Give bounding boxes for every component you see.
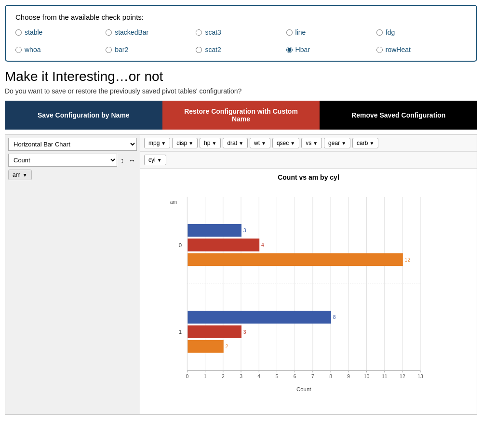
label-bar2: bar2 xyxy=(115,46,128,53)
chart-container: 012345678910111213Countam034121832 xyxy=(140,183,477,414)
col-filter-disp[interactable]: disp▼ xyxy=(172,138,198,148)
svg-text:8: 8 xyxy=(329,374,332,379)
remove-config-button[interactable]: Remove Saved Configuration xyxy=(320,101,477,130)
cyl-label: cyl xyxy=(148,157,156,163)
checkpoint-item-stable[interactable]: stable xyxy=(15,28,106,36)
checkpoint-item-line[interactable]: line xyxy=(286,28,376,36)
svg-rect-47 xyxy=(187,224,241,237)
button-row: Save Configuration by Name Restore Confi… xyxy=(5,101,477,130)
col-filter-label-drat: drat xyxy=(227,140,237,146)
aggregator-select[interactable]: CountSumAverageMinMax xyxy=(8,154,117,167)
label-stackedBar: stackedBar xyxy=(115,28,148,36)
checkpoint-item-bar2[interactable]: bar2 xyxy=(106,46,196,53)
checkpoint-grid: stablestackedBarscat3linefdgwhoabar2scat… xyxy=(15,28,467,53)
svg-text:2: 2 xyxy=(222,374,225,379)
svg-text:0: 0 xyxy=(179,242,182,248)
svg-rect-51 xyxy=(187,253,402,266)
svg-text:4: 4 xyxy=(257,374,260,379)
checkpoint-item-scat3[interactable]: scat3 xyxy=(196,28,286,36)
radio-stackedBar[interactable] xyxy=(106,29,112,36)
checkpoint-item-scat2[interactable]: scat2 xyxy=(196,46,286,53)
radio-fdg[interactable] xyxy=(376,29,383,36)
svg-text:6: 6 xyxy=(294,374,296,379)
pivot-area: Horizontal Bar ChartBar ChartScatter Plo… xyxy=(5,134,477,415)
radio-Hbar[interactable] xyxy=(286,47,293,53)
col-filter-arrow-hp: ▼ xyxy=(212,141,217,146)
svg-rect-49 xyxy=(187,238,259,251)
row-filters: cyl ▼ xyxy=(140,152,477,169)
col-filter-wt[interactable]: wt▼ xyxy=(250,138,270,148)
col-filter-arrow-disp: ▼ xyxy=(188,141,193,146)
col-filter-label-hp: hp xyxy=(204,140,210,146)
sort-desc-button[interactable]: ↔ xyxy=(127,156,137,165)
radio-bar2[interactable] xyxy=(106,47,112,53)
svg-text:12: 12 xyxy=(405,257,411,263)
col-filter-gear[interactable]: gear▼ xyxy=(324,138,350,148)
radio-rowHeat[interactable] xyxy=(376,47,383,53)
svg-text:5: 5 xyxy=(276,374,279,379)
col-filter-label-wt: wt xyxy=(254,140,260,146)
radio-line[interactable] xyxy=(286,29,293,36)
label-rowHeat: rowHeat xyxy=(386,46,411,53)
cyl-filter-chip[interactable]: cyl ▼ xyxy=(144,155,166,165)
col-filter-arrow-wt: ▼ xyxy=(261,141,266,146)
radio-stable[interactable] xyxy=(15,29,22,36)
checkpoint-item-fdg[interactable]: fdg xyxy=(376,28,467,36)
checkpoint-title: Choose from the available check points: xyxy=(15,13,467,21)
svg-text:10: 10 xyxy=(364,374,370,379)
svg-text:3: 3 xyxy=(243,228,246,233)
label-stable: stable xyxy=(25,28,42,36)
checkpoint-item-stackedBar[interactable]: stackedBar xyxy=(106,28,196,36)
col-filter-arrow-gear: ▼ xyxy=(341,141,346,146)
sort-asc-button[interactable]: ↕ xyxy=(119,156,125,165)
svg-text:7: 7 xyxy=(311,374,314,379)
svg-text:3: 3 xyxy=(243,329,246,335)
col-filter-drat[interactable]: drat▼ xyxy=(223,138,248,148)
checkpoint-item-rowHeat[interactable]: rowHeat xyxy=(376,46,467,53)
section-subtitle: Do you want to save or restore the previ… xyxy=(5,87,477,95)
label-line: line xyxy=(295,28,306,36)
checkpoint-item-Hbar[interactable]: Hbar xyxy=(286,46,376,53)
label-whoa: whoa xyxy=(25,46,40,53)
col-filter-arrow-drat: ▼ xyxy=(239,141,243,146)
svg-rect-57 xyxy=(187,325,241,338)
col-filter-label-carb: carb xyxy=(357,140,368,146)
radio-scat3[interactable] xyxy=(196,29,202,36)
checkpoint-item-whoa[interactable]: whoa xyxy=(15,46,106,53)
svg-rect-55 xyxy=(187,311,331,324)
col-filter-qsec[interactable]: qsec▼ xyxy=(272,138,299,148)
cyl-arrow: ▼ xyxy=(157,158,162,163)
svg-text:12: 12 xyxy=(400,374,405,379)
col-filter-label-mpg: mpg xyxy=(148,140,160,146)
chart-title: Count vs am by cyl xyxy=(140,169,477,183)
am-arrow: ▼ xyxy=(23,172,27,178)
svg-rect-59 xyxy=(187,340,223,353)
chart-type-select[interactable]: Horizontal Bar ChartBar ChartScatter Plo… xyxy=(8,138,137,151)
save-config-button[interactable]: Save Configuration by Name xyxy=(5,101,162,130)
am-label: am xyxy=(13,171,21,178)
label-fdg: fdg xyxy=(386,28,395,36)
bar-chart-svg: 012345678910111213Countam034121832 xyxy=(164,188,448,394)
col-filter-carb[interactable]: carb▼ xyxy=(352,138,378,148)
col-filter-vs[interactable]: vs▼ xyxy=(301,138,322,148)
col-filter-mpg[interactable]: mpg▼ xyxy=(144,138,170,148)
svg-text:11: 11 xyxy=(382,374,388,379)
radio-scat2[interactable] xyxy=(196,47,202,53)
radio-whoa[interactable] xyxy=(15,47,22,53)
restore-config-button[interactable]: Restore Configuration with Custom Name xyxy=(162,101,320,130)
svg-text:0: 0 xyxy=(186,374,189,379)
label-Hbar: Hbar xyxy=(295,46,310,53)
am-field-chip[interactable]: am ▼ xyxy=(8,170,32,180)
svg-text:1: 1 xyxy=(179,329,182,335)
label-scat2: scat2 xyxy=(205,46,221,53)
col-filter-arrow-vs: ▼ xyxy=(313,141,318,146)
col-filter-label-gear: gear xyxy=(328,140,340,146)
svg-text:4: 4 xyxy=(261,242,264,248)
pivot-controls: Horizontal Bar ChartBar ChartScatter Plo… xyxy=(5,135,140,414)
svg-text:1: 1 xyxy=(204,374,207,379)
col-filter-hp[interactable]: hp▼ xyxy=(200,138,221,148)
col-filter-label-qsec: qsec xyxy=(277,140,289,146)
svg-text:2: 2 xyxy=(226,344,228,349)
col-filter-arrow-carb: ▼ xyxy=(369,141,374,146)
svg-text:8: 8 xyxy=(333,315,336,320)
